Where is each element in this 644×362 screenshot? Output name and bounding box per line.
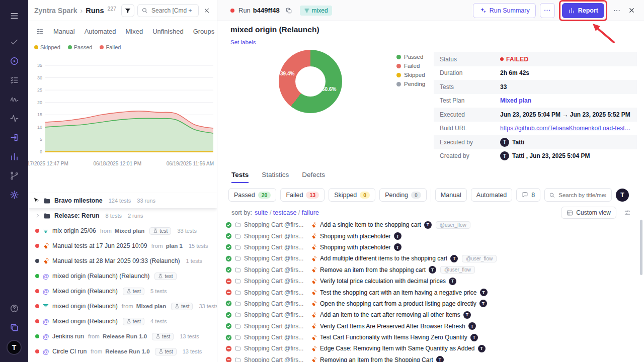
tests-search[interactable] [544, 188, 612, 202]
sidebar-check-icon[interactable] [5, 32, 24, 51]
breadcrumb-project[interactable]: Zyntra Spark [34, 7, 77, 15]
test-row[interactable]: Shopping Cart @firs...Verify total price… [225, 276, 634, 287]
runs-list: Bravo milestone124 tests33 runsRelease: … [28, 193, 217, 359]
run-tests-count: 1 tests [186, 258, 202, 264]
sidebar-signature-icon[interactable] [5, 89, 24, 109]
run-row[interactable]: @Jenkins runfromRelease Run 1.0test13 te… [28, 329, 217, 344]
assignee-avatar: T [463, 311, 471, 319]
test-row[interactable]: Shopping Cart @firs...Verify Cart Items … [225, 321, 634, 332]
from-label: from [91, 348, 102, 354]
sliders-icon[interactable] [624, 209, 631, 216]
run-row[interactable]: Manual tests at 17 Jun 2025 10:09frompla… [28, 238, 217, 253]
filter-manual-button[interactable]: Manual [435, 188, 467, 202]
build-url-link[interactable]: https://github.com/TetianaKhomenko/Load-… [500, 125, 631, 132]
runs-search-input[interactable] [150, 7, 195, 15]
suite-name: Shopping Cart @firs... [244, 255, 307, 262]
milestone-row[interactable]: Bravo milestone124 tests33 runs [28, 193, 217, 208]
runs-search[interactable] [137, 4, 199, 17]
test-row[interactable]: Shopping Cart @firs...Edge Case: Removin… [225, 343, 634, 354]
test-row[interactable]: Shopping Cart @firs...Shopping with plac… [225, 230, 634, 241]
sidebar-gear-icon[interactable] [5, 185, 24, 204]
sort-by-testcase[interactable]: testcase [273, 209, 297, 216]
run-row[interactable]: Manual tests at 28 Mar 2025 09:33 (Relau… [28, 253, 217, 268]
runs-tab-manual[interactable]: Manual [53, 28, 75, 35]
sidebar-help-icon[interactable] [5, 299, 24, 318]
sidebar-checklist-icon[interactable] [5, 70, 24, 89]
run-row[interactable]: @Mixed origin (Relaunch)test5 tests [28, 284, 217, 299]
run-row[interactable]: mixed origin (Relaunch)fromMixed plantes… [28, 299, 217, 314]
custom-view-button[interactable]: Custom view [561, 207, 616, 219]
plan-link[interactable]: Release Run 1.0 [103, 333, 147, 339]
plan-link[interactable]: Release Run 1.0 [105, 348, 149, 354]
filter-passed-button[interactable]: Passed20 [228, 188, 276, 202]
runs-view-icon[interactable] [36, 28, 44, 35]
test-row[interactable]: Shopping Cart @firs...Open the shopping … [225, 298, 634, 309]
run-row[interactable]: mix origin 25/06fromMixed plantest33 tes… [28, 223, 217, 238]
test-row[interactable]: Shopping Cart @firs...Remove an item fro… [225, 264, 634, 276]
run-summary-button[interactable]: Run Summary [473, 3, 536, 18]
test-plan-link[interactable]: Mixed plan [500, 97, 531, 104]
run-row[interactable]: @Circle CI runfromRelease Run 1.0test13 … [28, 344, 217, 359]
breadcrumb-page: Runs [86, 7, 104, 15]
runs-tab-mixed[interactable]: Mixed [126, 28, 143, 35]
info-value: FAILED [500, 56, 631, 63]
sidebar-login-icon[interactable] [5, 128, 24, 147]
set-labels-link[interactable]: Set labels [230, 39, 256, 45]
milestone-row[interactable]: Release: Rerun8 tests2 runs [28, 208, 217, 223]
sidebar-menu-icon[interactable] [5, 6, 24, 25]
test-row[interactable]: Shopping Cart @firs...Add multiple diffe… [225, 253, 634, 264]
close-run-button[interactable] [626, 5, 637, 16]
runs-tab-groups[interactable]: Groups [193, 28, 215, 35]
automated-test-icon [310, 323, 317, 329]
comments-filter-button[interactable]: 8 [516, 188, 540, 202]
plan-link[interactable]: plan 1 [166, 243, 183, 249]
sidebar-activity-icon[interactable] [5, 109, 24, 128]
sidebar-folders-icon[interactable] [5, 318, 24, 337]
sidebar-bar-chart-icon[interactable] [5, 147, 24, 166]
close-runs-panel-button[interactable] [202, 6, 212, 16]
filter-failed-button[interactable]: Failed13 [280, 188, 325, 202]
filter-skipped-button[interactable]: Skipped0 [329, 188, 375, 202]
test-row[interactable]: Shopping Cart @firs...Test the shopping … [225, 287, 634, 298]
comment-icon [522, 192, 528, 198]
copy-run-id-button[interactable] [284, 6, 294, 16]
more-actions-button[interactable] [611, 5, 622, 16]
passed-dot [68, 45, 72, 49]
plan-link[interactable]: Mixed plan [115, 228, 144, 234]
run-row[interactable]: @Mixed origin (Relaunch)test4 tests [28, 314, 217, 329]
run-status-failed-dot [35, 319, 39, 323]
assignee-filter-avatar[interactable]: T [616, 189, 629, 202]
run-summary-more-button[interactable] [540, 3, 555, 18]
passed-status-icon [225, 233, 232, 239]
sidebar-git-branch-icon[interactable] [5, 166, 24, 185]
sort-by-failure[interactable]: failure [302, 209, 319, 216]
chevron-right-icon [35, 213, 40, 218]
info-row: StatusFAILED [434, 52, 637, 66]
tab-defects[interactable]: Defects [302, 171, 325, 183]
plan-link[interactable]: Mixed plan [136, 303, 166, 309]
passed-dot [396, 55, 401, 59]
user-avatar[interactable]: T [7, 340, 22, 355]
test-title: Test the shopping cart with an item havi… [320, 289, 477, 296]
test-title: Verify Cart Items Are Preserved After Br… [320, 323, 465, 330]
test-row[interactable]: Shopping Cart @firs...Add a single item … [225, 219, 634, 230]
tab-tests[interactable]: Tests [231, 171, 249, 183]
tests-search-input[interactable] [557, 192, 607, 199]
filter-automated-button[interactable]: Automated [471, 188, 512, 202]
sidebar-play-circle-icon[interactable] [5, 51, 24, 70]
runs-tab-automated[interactable]: Automated [85, 28, 116, 35]
tab-statistics[interactable]: Statistics [262, 171, 289, 183]
run-row[interactable]: @mixed origin (Relaunch) (Relaunch)test [28, 268, 217, 284]
sort-by-suite[interactable]: suite [255, 209, 268, 216]
test-row[interactable]: Shopping Cart @firs...Removing an Item f… [225, 354, 634, 362]
filter-button[interactable] [121, 4, 134, 17]
test-row[interactable]: Shopping Cart @firs...Test Cart Function… [225, 332, 634, 343]
run-tests-count: 33 tests [177, 228, 197, 234]
run-type-badge-label: mixed [312, 7, 328, 14]
test-row[interactable]: Shopping Cart @firs...Shopping with plac… [225, 242, 634, 253]
scrollbar-thumb[interactable] [640, 220, 642, 275]
filter-pending-button[interactable]: Pending0 [379, 188, 427, 202]
report-button[interactable]: Report [562, 3, 604, 18]
runs-tab-unfinished[interactable]: Unfinished [152, 28, 183, 35]
test-row[interactable]: Shopping Cart @firs...Add an item to the… [225, 309, 634, 320]
